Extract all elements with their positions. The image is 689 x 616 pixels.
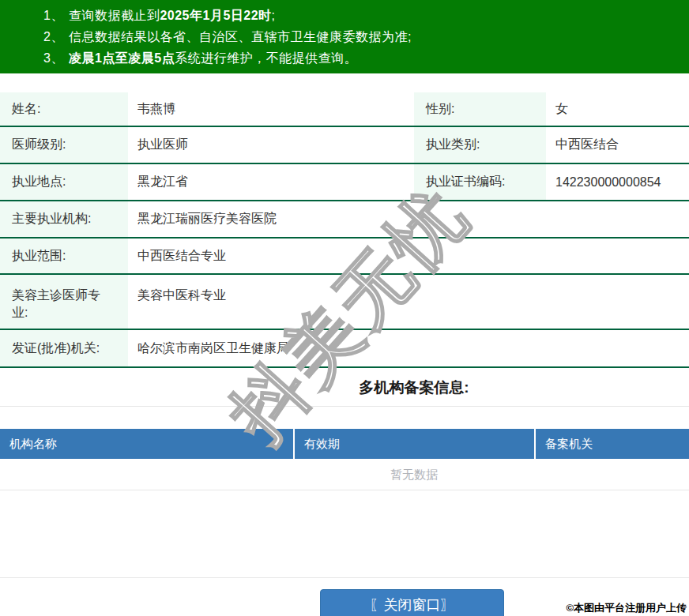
field-value-issuing-authority: 哈尔滨市南岗区卫生健康局 <box>128 330 689 366</box>
notice-line-2: 2、信息数据结果以各省、自治区、直辖市卫生健康委数据为准; <box>0 26 689 47</box>
field-label-practice-scope: 执业范围: <box>0 239 128 273</box>
table-row: 执业范围: 中西医结合专业 <box>0 239 689 275</box>
notice-text: ; <box>272 9 276 22</box>
field-value-doctor-level: 执业医师 <box>128 127 414 163</box>
query-result-page: 1、查询数据截止到2025年1月5日22时; 2、信息数据结果以各省、自治区、直… <box>0 0 689 616</box>
notice-text: 信息数据结果以各省、自治区、直辖市卫生健康委数据为准; <box>69 30 412 43</box>
table-row: 发证(批准)机关: 哈尔滨市南岗区卫生健康局 <box>0 330 689 368</box>
upload-credit-text: ©本图由平台注册用户上传 <box>566 601 687 615</box>
field-label-cosmetic-specialty: 美容主诊医师专业: <box>0 275 128 329</box>
table-row: 姓名: 韦燕博 性别: 女 <box>0 92 689 127</box>
notice-text: 系统进行维护，不能提供查询。 <box>175 51 357 65</box>
field-label-name: 姓名: <box>0 92 128 126</box>
field-label-practice-location: 执业地点: <box>0 164 128 200</box>
table-row: 执业地点: 黑龙江省 执业证书编码: 142230000000854 <box>0 164 689 201</box>
table-row: 美容主诊医师专业: 美容中医科专业 <box>0 275 689 330</box>
field-label-certificate-no: 执业证书编码: <box>414 164 546 200</box>
field-value-practice-scope: 中西医结合专业 <box>128 239 689 273</box>
divider <box>0 577 689 578</box>
close-window-button[interactable]: 〖关闭窗口〗 <box>320 589 504 616</box>
notice-text-bold: 凌晨1点至凌晨5点 <box>69 51 175 65</box>
notice-number: 1、 <box>43 9 69 22</box>
notice-number: 2、 <box>43 30 69 43</box>
field-value-certificate-no: 142230000000854 <box>546 164 689 200</box>
notice-line-3: 3、凌晨1点至凌晨5点系统进行维护，不能提供查询。 <box>0 47 689 69</box>
practitioner-info-table: 姓名: 韦燕博 性别: 女 医师级别: 执业医师 执业类别: 中西医结合 执业地… <box>0 92 689 368</box>
empty-state-text: 暂无数据 <box>0 459 689 490</box>
notice-banner: 1、查询数据截止到2025年1月5日22时; 2、信息数据结果以各省、自治区、直… <box>0 0 689 73</box>
field-value-cosmetic-specialty: 美容中医科专业 <box>128 275 689 329</box>
field-label-issuing-authority: 发证(批准)机关: <box>0 330 128 366</box>
notice-number: 3、 <box>43 51 69 65</box>
field-label-practice-category: 执业类别: <box>414 127 546 163</box>
org-col-validity-period: 有效期 <box>293 429 534 459</box>
org-table-header: 机构名称 有效期 备案机关 <box>0 429 689 459</box>
table-row: 医师级别: 执业医师 执业类别: 中西医结合 <box>0 127 689 164</box>
field-value-gender: 女 <box>546 92 689 126</box>
field-value-practice-location: 黑龙江省 <box>128 164 414 200</box>
field-value-name: 韦燕博 <box>128 92 414 126</box>
org-col-filing-authority: 备案机关 <box>534 429 689 459</box>
notice-text-bold: 2025年1月5日22时 <box>160 9 271 22</box>
notice-line-1: 1、查询数据截止到2025年1月5日22时; <box>0 5 689 26</box>
multi-org-section-title: 多机构备案信息: <box>0 368 689 407</box>
table-row: 主要执业机构: 黑龙江瑞丽医疗美容医院 <box>0 201 689 239</box>
field-value-practice-category: 中西医结合 <box>546 127 689 163</box>
org-col-institution-name: 机构名称 <box>0 429 293 459</box>
field-value-main-institution: 黑龙江瑞丽医疗美容医院 <box>128 201 689 237</box>
field-label-gender: 性别: <box>414 92 546 126</box>
notice-text: 查询数据截止到 <box>69 9 160 22</box>
field-label-main-institution: 主要执业机构: <box>0 201 128 237</box>
field-label-doctor-level: 医师级别: <box>0 127 128 163</box>
